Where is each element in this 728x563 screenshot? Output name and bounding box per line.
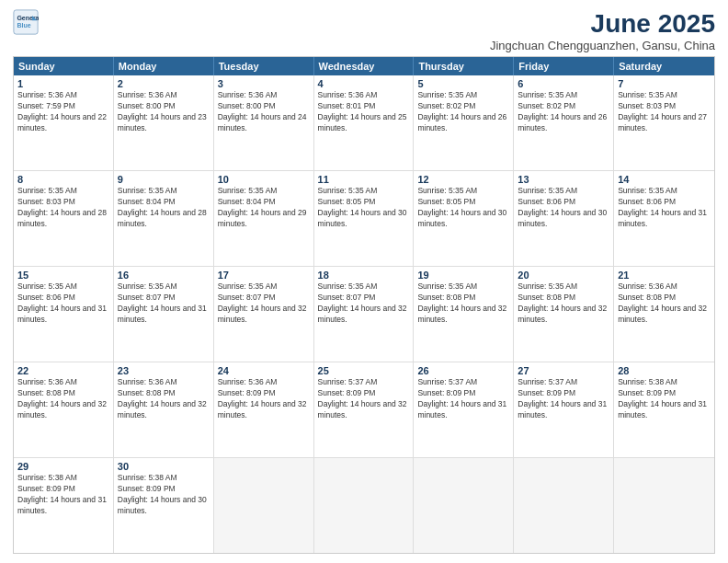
day-number: 27 — [518, 365, 609, 376]
svg-text:Blue: Blue — [17, 22, 30, 29]
day-12: 12 Sunrise: 5:35 AM Sunset: 8:05 PM Dayl… — [414, 171, 514, 266]
day-info: Sunrise: 5:35 AM Sunset: 8:02 PM Dayligh… — [417, 90, 509, 134]
day-8: 8 Sunrise: 5:35 AM Sunset: 8:03 PM Dayli… — [14, 171, 114, 266]
day-7: 7 Sunrise: 5:35 AM Sunset: 8:03 PM Dayli… — [614, 75, 714, 170]
day-number: 21 — [618, 270, 711, 281]
week-row-1: 1 Sunrise: 5:36 AM Sunset: 7:59 PM Dayli… — [14, 75, 714, 170]
calendar-header: Sunday Monday Tuesday Wednesday Thursday… — [14, 57, 714, 75]
day-number: 10 — [218, 174, 310, 185]
day-25: 25 Sunrise: 5:37 AM Sunset: 8:09 PM Dayl… — [314, 362, 415, 457]
day-number: 19 — [417, 270, 509, 281]
header-monday: Monday — [114, 57, 214, 75]
day-info: Sunrise: 5:36 AM Sunset: 8:00 PM Dayligh… — [218, 90, 310, 134]
day-18: 18 Sunrise: 5:35 AM Sunset: 8:07 PM Dayl… — [314, 267, 415, 362]
day-number: 6 — [518, 78, 609, 89]
logo-icon: General Blue — [13, 9, 39, 35]
location-title: Jingchuan Chengguanzhen, Gansu, China — [490, 39, 715, 52]
week-row-4: 22 Sunrise: 5:36 AM Sunset: 8:08 PM Dayl… — [14, 362, 714, 457]
day-13: 13 Sunrise: 5:35 AM Sunset: 8:06 PM Dayl… — [514, 171, 614, 266]
day-number: 26 — [417, 365, 509, 376]
empty-cell-2 — [314, 458, 415, 553]
day-info: Sunrise: 5:35 AM Sunset: 8:03 PM Dayligh… — [618, 90, 711, 134]
day-2: 2 Sunrise: 5:36 AM Sunset: 8:00 PM Dayli… — [114, 75, 214, 170]
day-number: 1 — [17, 78, 109, 89]
day-3: 3 Sunrise: 5:36 AM Sunset: 8:00 PM Dayli… — [214, 75, 314, 170]
week-row-5: 29 Sunrise: 5:38 AM Sunset: 8:09 PM Dayl… — [14, 457, 714, 553]
empty-cell-5 — [614, 458, 714, 553]
day-24: 24 Sunrise: 5:36 AM Sunset: 8:09 PM Dayl… — [214, 362, 314, 457]
page: General Blue June 2025 Jingchuan Chenggu… — [0, 0, 728, 563]
day-number: 24 — [218, 365, 310, 376]
day-26: 26 Sunrise: 5:37 AM Sunset: 8:09 PM Dayl… — [414, 362, 514, 457]
day-29: 29 Sunrise: 5:38 AM Sunset: 8:09 PM Dayl… — [14, 458, 114, 553]
day-number: 3 — [218, 78, 310, 89]
day-number: 11 — [318, 174, 410, 185]
day-number: 20 — [518, 270, 609, 281]
logo: General Blue — [13, 9, 39, 35]
header-sunday: Sunday — [14, 57, 114, 75]
day-30: 30 Sunrise: 5:38 AM Sunset: 8:09 PM Dayl… — [114, 458, 214, 553]
day-23: 23 Sunrise: 5:36 AM Sunset: 8:08 PM Dayl… — [114, 362, 214, 457]
day-number: 25 — [318, 365, 410, 376]
day-5: 5 Sunrise: 5:35 AM Sunset: 8:02 PM Dayli… — [414, 75, 514, 170]
title-block: June 2025 Jingchuan Chengguanzhen, Gansu… — [490, 9, 715, 52]
day-17: 17 Sunrise: 5:35 AM Sunset: 8:07 PM Dayl… — [214, 267, 314, 362]
day-number: 7 — [618, 78, 711, 89]
day-16: 16 Sunrise: 5:35 AM Sunset: 8:07 PM Dayl… — [114, 267, 214, 362]
header-friday: Friday — [514, 57, 614, 75]
day-4: 4 Sunrise: 5:36 AM Sunset: 8:01 PM Dayli… — [314, 75, 415, 170]
day-number: 29 — [17, 461, 109, 472]
day-number: 12 — [417, 174, 509, 185]
day-27: 27 Sunrise: 5:37 AM Sunset: 8:09 PM Dayl… — [514, 362, 614, 457]
day-number: 5 — [417, 78, 509, 89]
day-11: 11 Sunrise: 5:35 AM Sunset: 8:05 PM Dayl… — [314, 171, 415, 266]
day-number: 15 — [17, 270, 109, 281]
week-row-3: 15 Sunrise: 5:35 AM Sunset: 8:06 PM Dayl… — [14, 266, 714, 362]
day-20: 20 Sunrise: 5:35 AM Sunset: 8:08 PM Dayl… — [514, 267, 614, 362]
day-1: 1 Sunrise: 5:36 AM Sunset: 7:59 PM Dayli… — [14, 75, 114, 170]
empty-cell-4 — [514, 458, 614, 553]
header-wednesday: Wednesday — [314, 57, 415, 75]
day-number: 22 — [17, 365, 109, 376]
day-number: 13 — [518, 174, 609, 185]
empty-cell-3 — [414, 458, 514, 553]
day-info: Sunrise: 5:36 AM Sunset: 8:01 PM Dayligh… — [318, 90, 410, 134]
day-number: 17 — [218, 270, 310, 281]
day-15: 15 Sunrise: 5:35 AM Sunset: 8:06 PM Dayl… — [14, 267, 114, 362]
day-10: 10 Sunrise: 5:35 AM Sunset: 8:04 PM Dayl… — [214, 171, 314, 266]
day-info: Sunrise: 5:36 AM Sunset: 7:59 PM Dayligh… — [17, 90, 109, 134]
calendar-body: 1 Sunrise: 5:36 AM Sunset: 7:59 PM Dayli… — [14, 75, 714, 553]
day-info: Sunrise: 5:35 AM Sunset: 8:02 PM Dayligh… — [518, 90, 609, 134]
day-9: 9 Sunrise: 5:35 AM Sunset: 8:04 PM Dayli… — [114, 171, 214, 266]
header-tuesday: Tuesday — [214, 57, 314, 75]
day-number: 14 — [618, 174, 711, 185]
day-22: 22 Sunrise: 5:36 AM Sunset: 8:08 PM Dayl… — [14, 362, 114, 457]
day-19: 19 Sunrise: 5:35 AM Sunset: 8:08 PM Dayl… — [414, 267, 514, 362]
day-number: 30 — [118, 461, 210, 472]
day-21: 21 Sunrise: 5:36 AM Sunset: 8:08 PM Dayl… — [614, 267, 714, 362]
calendar: Sunday Monday Tuesday Wednesday Thursday… — [13, 56, 715, 554]
day-number: 28 — [618, 365, 711, 376]
day-6: 6 Sunrise: 5:35 AM Sunset: 8:02 PM Dayli… — [514, 75, 614, 170]
day-28: 28 Sunrise: 5:38 AM Sunset: 8:09 PM Dayl… — [614, 362, 714, 457]
day-number: 9 — [118, 174, 210, 185]
month-title: June 2025 — [490, 9, 715, 39]
day-number: 4 — [318, 78, 410, 89]
header-thursday: Thursday — [414, 57, 514, 75]
day-number: 2 — [118, 78, 210, 89]
day-14: 14 Sunrise: 5:35 AM Sunset: 8:06 PM Dayl… — [614, 171, 714, 266]
header-saturday: Saturday — [614, 57, 714, 75]
empty-cell-1 — [214, 458, 314, 553]
day-number: 23 — [118, 365, 210, 376]
day-number: 16 — [118, 270, 210, 281]
day-number: 18 — [318, 270, 410, 281]
header: General Blue June 2025 Jingchuan Chenggu… — [13, 9, 715, 52]
week-row-2: 8 Sunrise: 5:35 AM Sunset: 8:03 PM Dayli… — [14, 170, 714, 266]
day-number: 8 — [17, 174, 109, 185]
day-info: Sunrise: 5:36 AM Sunset: 8:00 PM Dayligh… — [118, 90, 210, 134]
